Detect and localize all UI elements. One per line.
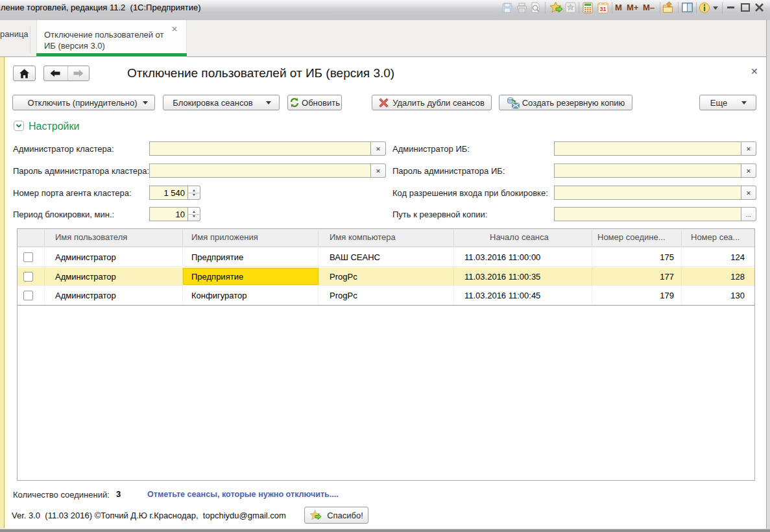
svg-text:31: 31 — [599, 6, 606, 12]
